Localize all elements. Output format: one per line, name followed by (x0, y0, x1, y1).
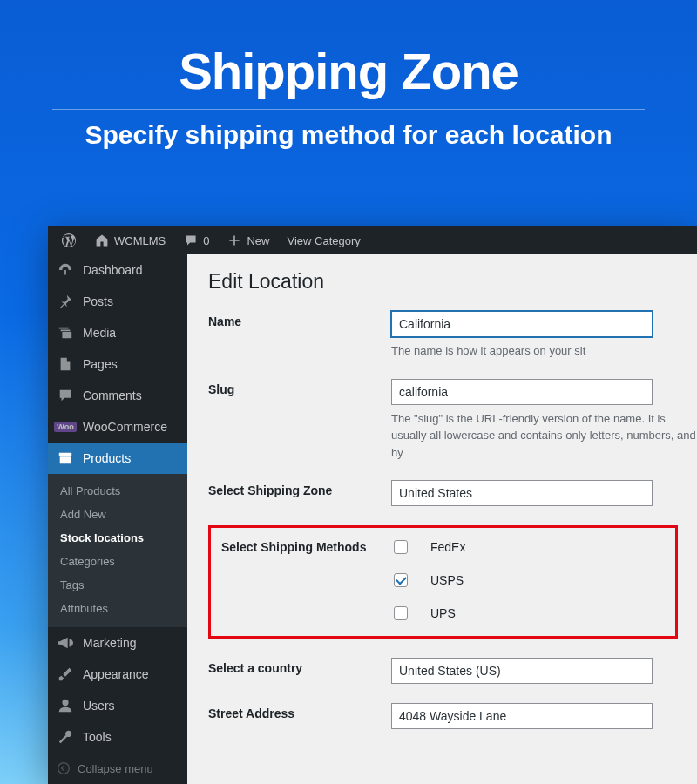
submenu-stock-locations[interactable]: Stock locations (48, 526, 187, 550)
zone-select[interactable]: United States (391, 480, 653, 506)
menu-woocommerce[interactable]: Woo WooCommerce (48, 411, 187, 443)
slug-description: The "slug" is the URL-friendly version o… (391, 410, 697, 462)
name-input[interactable] (391, 311, 653, 337)
menu-label: Pages (83, 357, 118, 371)
name-description: The name is how it appears on your sit (391, 342, 697, 360)
submenu-all-products[interactable]: All Products (48, 479, 187, 503)
slug-label: Slug (208, 379, 391, 396)
country-select[interactable]: United States (US) (391, 658, 653, 684)
user-icon (57, 697, 74, 714)
method-label: FedEx (430, 540, 465, 554)
menu-media[interactable]: Media (48, 317, 187, 348)
menu-label: Appearance (83, 667, 149, 681)
new-label: New (247, 234, 269, 247)
new-content-link[interactable]: New (220, 226, 275, 254)
collapse-menu[interactable]: Collapse menu (48, 753, 187, 784)
home-icon (94, 233, 110, 248)
menu-tools[interactable]: Tools (48, 721, 187, 753)
checkbox-fedex[interactable] (394, 540, 408, 554)
menu-label: Products (83, 451, 131, 465)
content-area: Edit Location Name The name is how it ap… (187, 254, 697, 784)
checkbox-ups[interactable] (394, 606, 408, 620)
country-label: Select a country (208, 658, 391, 675)
products-submenu: All Products Add New Stock locations Cat… (48, 474, 187, 627)
submenu-tags[interactable]: Tags (48, 573, 187, 597)
archive-icon (57, 449, 74, 467)
wp-logo[interactable] (55, 226, 83, 254)
pin-icon (57, 293, 74, 310)
menu-pages[interactable]: Pages (48, 348, 187, 380)
dashboard-icon (57, 261, 74, 279)
view-label: View Category (287, 234, 360, 247)
name-label: Name (208, 311, 391, 328)
view-category-link[interactable]: View Category (281, 226, 366, 254)
slug-input[interactable] (391, 379, 653, 405)
svg-point-1 (58, 763, 70, 774)
comments-count: 0 (203, 234, 209, 247)
comment-icon (183, 233, 199, 248)
collapse-label: Collapse menu (78, 762, 153, 775)
hero-subtitle: Specify shipping method for each locatio… (0, 120, 697, 150)
admin-sidebar: Dashboard Posts Media Pages Comments Woo… (48, 254, 187, 784)
menu-label: Posts (83, 294, 113, 308)
menu-label: Users (83, 699, 115, 713)
menu-appearance[interactable]: Appearance (48, 659, 187, 690)
method-label: USPS (430, 573, 464, 587)
collapse-icon (57, 761, 71, 775)
brush-icon (57, 666, 74, 683)
woocommerce-icon: Woo (57, 418, 74, 436)
wp-adminbar: WCMLMS 0 New View Category (48, 226, 697, 254)
checkbox-usps[interactable] (394, 573, 408, 587)
shipping-methods-highlight: Select Shipping Methods FedEx USPS UPS (208, 525, 678, 639)
menu-posts[interactable]: Posts (48, 286, 187, 317)
submenu-categories[interactable]: Categories (48, 550, 187, 573)
wordpress-icon (61, 233, 77, 248)
street-input[interactable] (391, 703, 653, 729)
menu-marketing[interactable]: Marketing (48, 627, 187, 659)
menu-label: WooCommerce (83, 420, 167, 434)
plus-icon (227, 233, 242, 248)
megaphone-icon (57, 634, 74, 652)
comments-link[interactable]: 0 (177, 226, 215, 254)
zone-value: United States (399, 486, 472, 500)
media-icon (57, 324, 74, 341)
admin-window: WCMLMS 0 New View Category Dashboard (48, 226, 697, 784)
method-fedex[interactable]: FedEx (394, 540, 665, 554)
menu-label: Comments (83, 389, 142, 402)
pages-icon (57, 355, 74, 373)
svg-point-0 (62, 700, 68, 706)
hero-banner: Shipping Zone Specify shipping method fo… (0, 0, 697, 176)
site-name-link[interactable]: WCMLMS (88, 226, 172, 254)
menu-label: Dashboard (83, 263, 143, 277)
page-title: Edit Location (208, 270, 697, 294)
method-ups[interactable]: UPS (394, 606, 665, 620)
method-usps[interactable]: USPS (394, 573, 665, 587)
submenu-attributes[interactable]: Attributes (48, 597, 187, 620)
hero-divider (52, 109, 645, 110)
menu-label: Marketing (83, 636, 136, 650)
menu-label: Media (83, 326, 116, 340)
zone-label: Select Shipping Zone (208, 480, 391, 497)
method-label: UPS (430, 606, 456, 620)
menu-products[interactable]: Products (48, 443, 187, 474)
country-value: United States (US) (399, 664, 501, 678)
methods-label: Select Shipping Methods (221, 540, 394, 554)
comment-icon (57, 387, 74, 404)
menu-comments[interactable]: Comments (48, 380, 187, 411)
wrench-icon (57, 728, 74, 746)
menu-dashboard[interactable]: Dashboard (48, 254, 187, 286)
submenu-add-new[interactable]: Add New (48, 503, 187, 526)
street-label: Street Address (208, 703, 391, 720)
menu-users[interactable]: Users (48, 690, 187, 721)
menu-label: Tools (83, 730, 112, 744)
site-name: WCMLMS (114, 234, 166, 247)
hero-title: Shipping Zone (0, 42, 697, 100)
